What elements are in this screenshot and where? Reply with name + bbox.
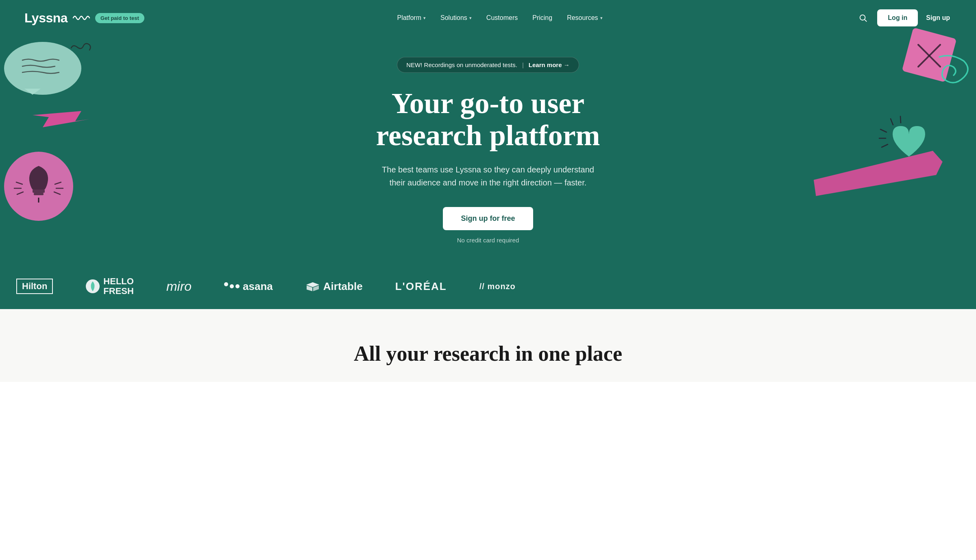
login-button[interactable]: Log in [877,9,918,26]
nav-links: Platform ▾ Solutions ▾ Customers Pricing… [391,11,608,25]
chevron-down-icon: ▾ [600,15,603,21]
airtable-icon [305,281,320,292]
hero-content: NEW! Recordings on unmoderated tests. | … [366,49,610,252]
nav-pricing[interactable]: Pricing [527,11,558,25]
svg-marker-22 [813,150,945,196]
nav-resources[interactable]: Resources ▾ [561,11,608,25]
svg-line-20 [891,119,893,125]
monzo-logo: // monzo [479,282,516,291]
svg-line-15 [918,45,940,67]
logo-bar: Hilton HELLOFRESH miro asana [0,277,976,296]
hero-subtitle: The best teams use Lyssna so they can de… [374,163,602,189]
airtable-logo: Airtable [305,280,363,293]
svg-line-17 [880,129,887,132]
chevron-down-icon: ▾ [469,15,472,21]
svg-line-11 [55,182,61,184]
nav-customers[interactable]: Customers [481,11,523,25]
asana-dots-icon [224,284,240,288]
svg-line-16 [918,45,940,67]
section-below: All your research in one place [0,309,976,382]
svg-rect-6 [33,190,45,193]
svg-line-1 [865,20,867,22]
svg-point-2 [4,42,81,95]
svg-line-19 [882,144,888,147]
announcement-text: NEW! Recordings on unmoderated tests. [406,61,517,68]
svg-marker-4 [33,111,89,127]
svg-rect-7 [34,193,44,195]
miro-logo: miro [166,279,192,294]
hero-section: NEW! Recordings on unmoderated tests. | … [0,0,976,309]
search-icon [858,13,867,22]
announcement-link[interactable]: Learn more → [529,61,570,68]
get-paid-badge[interactable]: Get paid to test [95,13,144,23]
svg-line-10 [17,192,23,194]
hellofresh-logo: HELLOFRESH [85,277,134,296]
cta-button[interactable]: Sign up for free [443,207,533,230]
svg-line-13 [54,192,60,194]
hero-title: Your go-to user research platform [374,87,602,152]
svg-marker-3 [24,89,41,95]
svg-line-21 [900,116,901,123]
announcement-bar[interactable]: NEW! Recordings on unmoderated tests. | … [397,57,579,73]
cta-container: Sign up for free No credit card required [374,207,602,244]
nav-actions: Log in Sign up [855,9,952,26]
svg-point-5 [4,152,73,221]
chevron-down-icon: ▾ [423,15,426,21]
nav-solutions[interactable]: Solutions ▾ [435,11,477,25]
hilton-logo: Hilton [16,279,53,294]
logo-squiggle-icon [72,13,90,23]
section-title: All your research in one place [24,342,952,366]
right-decorations [813,24,976,244]
nav-platform[interactable]: Platform ▾ [391,11,431,25]
logo-text: Lyssna [24,11,68,26]
search-button[interactable] [855,10,871,26]
navbar: Lyssna Get paid to test Platform ▾ Solut… [0,0,976,36]
svg-point-0 [860,15,865,20]
loreal-logo: L'ORÉAL [395,280,447,293]
no-credit-card-text: No credit card required [457,237,519,244]
announcement-divider: | [522,61,524,68]
asana-logo: asana [224,280,273,293]
signup-button[interactable]: Sign up [924,10,952,26]
brand: Lyssna Get paid to test [24,11,144,26]
hellofresh-icon [85,279,100,294]
left-decorations [0,36,138,231]
svg-line-8 [16,182,22,184]
